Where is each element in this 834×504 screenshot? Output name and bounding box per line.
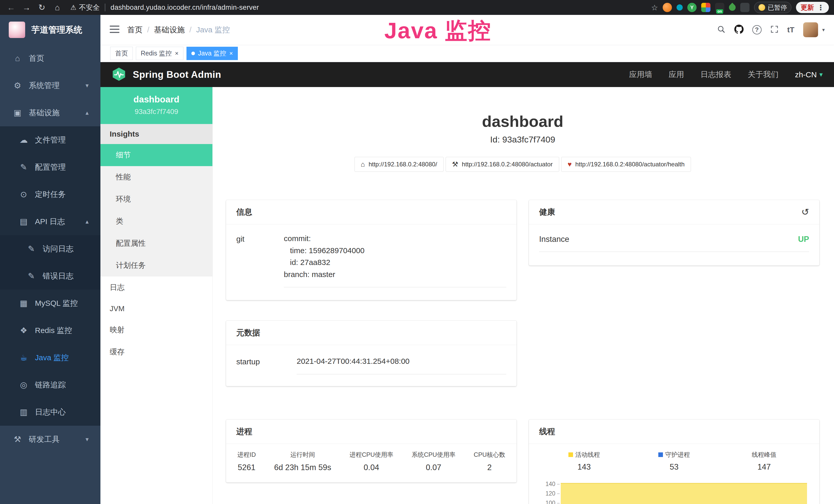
chrome-update-button[interactable]: 更新 ⋮: [796, 2, 829, 13]
sba-item-metrics[interactable]: 性能: [101, 166, 213, 188]
infra-icon: ▣: [12, 108, 23, 118]
sidebar-item-label: 链路追踪: [35, 380, 66, 390]
legend-value: 147: [719, 462, 809, 472]
sidebar-item-file-manage[interactable]: ☁ 文件管理: [0, 126, 101, 154]
sidebar-item-config-manage[interactable]: ✎ 配置管理: [0, 154, 101, 181]
sidebar-item-scheduled-jobs[interactable]: ⊙ 定时任务: [0, 181, 101, 208]
extensions-puzzle-icon[interactable]: [740, 3, 749, 12]
extension-teal-icon[interactable]: [677, 4, 683, 10]
profile-avatar-emoji: [759, 4, 765, 11]
locale-selector[interactable]: zh-CN ▾: [795, 70, 823, 79]
sidebar-item-access-log[interactable]: ✎ 访问日志: [0, 235, 101, 262]
sba-item-config-props[interactable]: 配置属性: [101, 232, 213, 254]
sba-navbar: Spring Boot Admin 应用墙 应用 日志报表 关于我们 zh-CN…: [101, 62, 834, 87]
paused-label: 已暂停: [768, 3, 787, 12]
card-title: 健康: [539, 207, 555, 217]
y-tick-label: 140: [546, 481, 555, 487]
sba-item-mappings[interactable]: 映射: [101, 319, 213, 341]
sba-nav-applications[interactable]: 应用: [668, 69, 684, 80]
breadcrumb-home[interactable]: 首页: [127, 25, 142, 35]
history-icon[interactable]: ↺: [802, 207, 809, 217]
tab-java-monitor[interactable]: Java 监控 ×: [186, 47, 238, 60]
bookmark-star-icon[interactable]: ☆: [651, 3, 658, 12]
sba-item-environment[interactable]: 环境: [101, 188, 213, 210]
sidebar-item-system[interactable]: ⚙ 系统管理 ▾: [0, 72, 101, 99]
search-icon[interactable]: [717, 25, 726, 35]
yellow-swatch-icon: [568, 452, 573, 457]
sba-body: dashboard 93a3fc7f7409 Insights 细节 性能 环境…: [101, 87, 834, 504]
sidebar-logo-row[interactable]: 芋道管理系统: [0, 15, 101, 45]
chevron-down-icon: ▾: [819, 71, 823, 78]
sidebar-item-log-center[interactable]: ▥ 日志中心: [0, 398, 101, 426]
metadata-card-header: 元数据: [226, 321, 517, 345]
sidebar-item-tracing[interactable]: ◎ 链路追踪: [0, 371, 101, 398]
info-card: 信息 git commit: time: 1596289704000 id: 2…: [226, 200, 517, 300]
browser-home-icon[interactable]: ⌂: [51, 3, 63, 12]
sidebar-item-infrastructure[interactable]: ▣ 基础设施 ▴: [0, 99, 101, 126]
daemon-threads-legend: 守护进程 53: [629, 451, 719, 472]
sba-item-logs[interactable]: 日志: [101, 276, 213, 299]
health-url-button[interactable]: ♥ http://192.168.0.2:48080/actuator/heal…: [561, 157, 691, 172]
legend-label: 活动线程: [568, 451, 600, 459]
tab-label: Redis 监控: [141, 49, 172, 58]
breadcrumb-infrastructure[interactable]: 基础设施: [154, 25, 185, 35]
browser-forward-icon[interactable]: →: [21, 3, 32, 12]
sba-brand-title[interactable]: Spring Boot Admin: [133, 69, 221, 80]
dev-tools-icon: ⚒: [12, 434, 23, 444]
browser-reload-icon[interactable]: ↻: [36, 3, 48, 12]
avatar-caret-icon[interactable]: ▾: [822, 27, 825, 33]
close-icon[interactable]: ×: [229, 50, 233, 56]
column-value: 5261: [237, 463, 256, 472]
tab-redis-monitor[interactable]: Redis 监控 ×: [136, 47, 183, 60]
sba-nav: 应用墙 应用 日志报表 关于我们 zh-CN ▾: [629, 69, 823, 80]
log-center-icon: ▥: [18, 407, 29, 417]
sba-nav-journal[interactable]: 日志报表: [700, 69, 731, 80]
error-log-icon: ✎: [26, 271, 37, 281]
sba-item-scheduled-tasks[interactable]: 计划任务: [101, 254, 213, 276]
sidebar-item-mysql-monitor[interactable]: ▦ MySQL 监控: [0, 290, 101, 317]
sidebar-item-api-log[interactable]: ▤ API 日志 ▴: [0, 208, 101, 235]
close-icon[interactable]: ×: [175, 50, 178, 56]
sidebar-item-home[interactable]: ⌂ 首页: [0, 45, 101, 72]
sba-item-classes[interactable]: 类: [101, 210, 213, 232]
extension-grid-icon[interactable]: [701, 3, 710, 12]
sba-main-content: dashboard Id: 93a3fc7f7409 ⌂ http://192.…: [213, 87, 834, 504]
browser-back-icon[interactable]: ←: [5, 3, 17, 12]
profile-paused-badge[interactable]: 已暂停: [754, 2, 791, 13]
extension-adblock-icon[interactable]: on: [715, 3, 724, 12]
tab-home[interactable]: 首页: [110, 47, 133, 60]
help-icon[interactable]: ?: [752, 25, 762, 35]
font-size-icon[interactable]: tT: [787, 25, 794, 34]
tags-view-bar: 首页 Redis 监控 × Java 监控 ×: [101, 45, 834, 62]
annotation-overlay: Java 监控: [384, 16, 491, 46]
actuator-url-button[interactable]: ⚒ http://192.168.0.2:48080/actuator: [446, 157, 559, 172]
extension-orange-icon[interactable]: [663, 3, 672, 12]
column-label: 运行时间: [274, 451, 331, 459]
health-card-header: 健康 ↺: [529, 200, 819, 224]
system-cpu-column: 系统CPU使用率 0.07: [412, 451, 455, 472]
sba-item-jvm[interactable]: JVM: [101, 299, 213, 319]
fullscreen-icon[interactable]: [770, 25, 778, 35]
hamburger-icon[interactable]: [110, 25, 119, 35]
extension-leaf-icon[interactable]: [728, 3, 737, 12]
sidebar-item-error-log[interactable]: ✎ 错误日志: [0, 262, 101, 290]
extension-green-icon[interactable]: Y: [687, 3, 697, 12]
sidebar-item-java-monitor[interactable]: ☕ Java 监控: [0, 344, 101, 371]
instance-header[interactable]: dashboard 93a3fc7f7409: [101, 87, 213, 124]
sba-nav-about[interactable]: 关于我们: [748, 69, 778, 80]
row-value: 2021-04-27T00:44:31.254+08:00: [297, 356, 506, 374]
security-chip[interactable]: ⚠ 不安全: [70, 3, 100, 12]
kebab-menu-icon[interactable]: ⋮: [817, 3, 824, 12]
user-avatar[interactable]: [803, 22, 818, 37]
sidebar-item-redis-monitor[interactable]: ❖ Redis 监控: [0, 317, 101, 344]
omnibox-divider: [105, 4, 105, 11]
instance-label: Instance: [539, 235, 569, 244]
sba-item-caches[interactable]: 缓存: [101, 341, 213, 363]
address-bar[interactable]: dashboard.yudao.iocoder.cn/infra/admin-s…: [110, 4, 259, 12]
sba-nav-wallboard[interactable]: 应用墙: [629, 69, 652, 80]
threads-card-body: 活动线程 143 守护进程: [529, 444, 819, 504]
github-icon[interactable]: [734, 25, 744, 35]
sidebar-item-dev-tools[interactable]: ⚒ 研发工具 ▾: [0, 426, 101, 453]
sba-item-details[interactable]: 细节: [101, 144, 213, 166]
service-url-button[interactable]: ⌂ http://192.168.0.2:48080/: [354, 157, 444, 172]
